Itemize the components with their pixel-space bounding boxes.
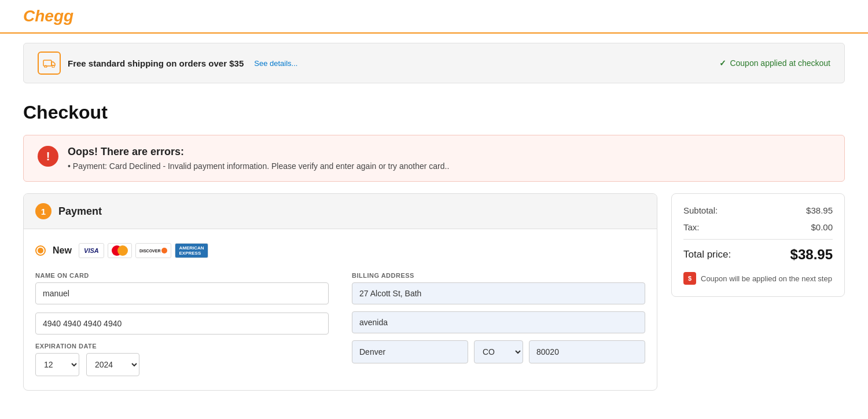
amex-icon: AMERICANEXPRESS bbox=[175, 243, 208, 258]
city-state-zip-row: CO ALAKAZAR CACTDEFL GAHIIDIL INIAKSKY L… bbox=[352, 340, 645, 363]
check-icon: ✓ bbox=[719, 58, 726, 68]
radio-inner bbox=[38, 248, 43, 253]
expiration-label: EXPIRATION DATE bbox=[35, 343, 329, 350]
billing-zip-input[interactable] bbox=[529, 340, 645, 363]
payment-header: 1 Payment bbox=[24, 194, 657, 229]
tax-row: Tax: $0.00 bbox=[683, 222, 833, 232]
billing-state-select[interactable]: CO ALAKAZAR CACTDEFL GAHIIDIL INIAKSKY L… bbox=[474, 340, 523, 363]
card-selector: New VISA DISCOVER bbox=[35, 243, 645, 258]
shipping-icon bbox=[38, 52, 61, 75]
error-heading: Oops! There are errors: bbox=[68, 146, 449, 158]
billing-address1-input[interactable] bbox=[352, 282, 645, 304]
payment-title: Payment bbox=[58, 205, 102, 218]
error-content: Oops! There are errors: Payment: Card De… bbox=[68, 146, 449, 171]
billing-city-input[interactable] bbox=[352, 340, 468, 363]
header: Chegg bbox=[0, 0, 868, 34]
main-content: 1 Payment New VISA bbox=[0, 193, 868, 414]
billing-address2-input[interactable] bbox=[352, 311, 645, 333]
total-label: Total price: bbox=[683, 249, 731, 260]
svg-point-1 bbox=[45, 65, 47, 68]
billing-address-label: BILLING ADDRESS bbox=[352, 272, 645, 279]
payment-body: New VISA DISCOVER bbox=[24, 229, 657, 390]
mastercard-icon bbox=[108, 243, 132, 258]
tax-value: $0.00 bbox=[811, 222, 833, 232]
banner-left: Free standard shipping on orders over $3… bbox=[38, 52, 297, 75]
form-grid: NAME ON CARD EXPIRATION DATE 12 010203 0… bbox=[35, 272, 645, 376]
total-value: $38.95 bbox=[790, 247, 833, 263]
name-on-card-input[interactable] bbox=[35, 282, 329, 304]
expiration-row: 12 010203 040506 070809 1011 2024 202520… bbox=[35, 353, 329, 376]
step-badge: 1 bbox=[35, 203, 52, 219]
new-card-label: New bbox=[53, 245, 72, 256]
subtotal-label: Subtotal: bbox=[683, 205, 718, 215]
exp-month-select[interactable]: 12 010203 040506 070809 1011 bbox=[35, 353, 79, 376]
discover-icon: DISCOVER bbox=[135, 243, 172, 258]
new-card-radio[interactable] bbox=[35, 245, 46, 256]
visa-icon: VISA bbox=[79, 243, 104, 258]
form-right-col: BILLING ADDRESS CO ALAKAZAR CACTDEFL GAH… bbox=[352, 272, 645, 376]
exp-year-select[interactable]: 2024 202520262027 202820292030 bbox=[86, 353, 139, 376]
shipping-text: Free standard shipping on orders over $3… bbox=[68, 58, 244, 68]
see-details-link[interactable]: See details... bbox=[254, 59, 297, 68]
error-box: ! Oops! There are errors: Payment: Card … bbox=[23, 135, 845, 182]
name-on-card-label: NAME ON CARD bbox=[35, 272, 329, 279]
payment-section: 1 Payment New VISA bbox=[23, 193, 657, 391]
coupon-note: $ Coupon will be applied on the next ste… bbox=[683, 272, 833, 285]
subtotal-value: $38.95 bbox=[806, 205, 833, 215]
subtotal-row: Subtotal: $38.95 bbox=[683, 205, 833, 215]
shipping-banner: Free standard shipping on orders over $3… bbox=[23, 43, 845, 83]
error-icon: ! bbox=[38, 146, 58, 167]
coupon-note-text: Coupon will be applied on the next step bbox=[701, 274, 832, 283]
order-summary: Subtotal: $38.95 Tax: $0.00 Total price:… bbox=[671, 193, 845, 297]
summary-divider bbox=[683, 239, 833, 240]
card-icons: VISA DISCOVER AMERICAN bbox=[79, 243, 208, 258]
svg-rect-0 bbox=[43, 60, 52, 66]
svg-point-2 bbox=[52, 65, 54, 68]
error-message: Payment: Card Declined - Invalid payment… bbox=[68, 161, 449, 171]
page-title: Checkout bbox=[0, 93, 868, 128]
coupon-text: Coupon applied at checkout bbox=[730, 58, 830, 68]
chegg-logo[interactable]: Chegg bbox=[23, 7, 73, 25]
total-row: Total price: $38.95 bbox=[683, 247, 833, 263]
form-left-col: NAME ON CARD EXPIRATION DATE 12 010203 0… bbox=[35, 272, 329, 376]
card-number-input[interactable] bbox=[35, 313, 329, 335]
tax-label: Tax: bbox=[683, 222, 700, 232]
coupon-badge-icon: $ bbox=[683, 272, 696, 285]
coupon-applied: ✓ Coupon applied at checkout bbox=[719, 58, 830, 68]
